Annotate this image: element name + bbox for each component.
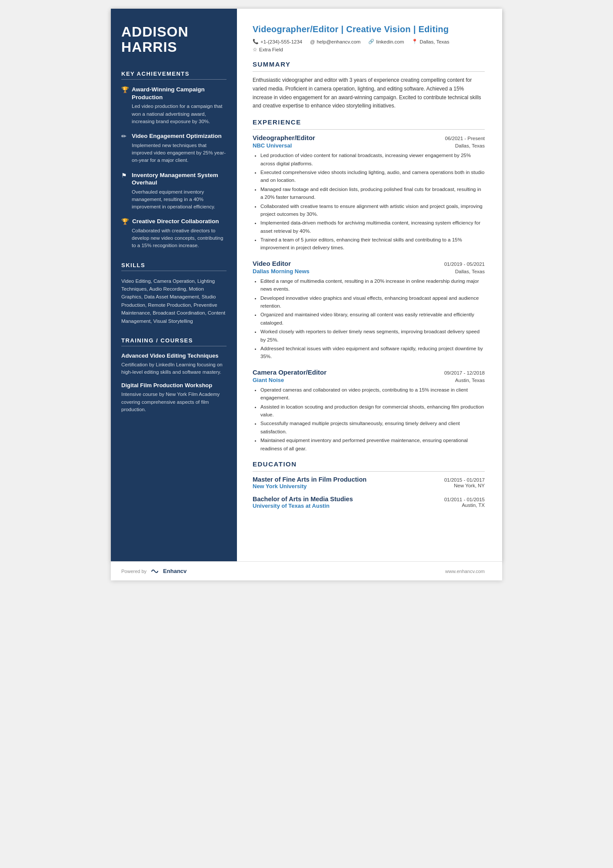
job-bullets: Operated cameras and collaborated on vid… xyxy=(260,386,485,452)
edu-degree: Bachelor of Arts in Media Studies xyxy=(253,496,353,503)
bullet-item: Developed innovative video graphics and … xyxy=(260,294,485,310)
extra-field-text: Extra Field xyxy=(259,47,283,52)
footer-website: www.enhancv.com xyxy=(445,569,485,574)
trophy-icon: 🏆 xyxy=(121,86,128,93)
summary-text: Enthusiastic videographer and editor wit… xyxy=(253,76,485,111)
bullet-item: Managed raw footage and edit decision li… xyxy=(260,185,485,201)
job-company: Giant Noise xyxy=(253,377,284,383)
course-item: Advanced Video Editing Techniques Certif… xyxy=(121,352,227,376)
achievements-heading: KEY ACHIEVEMENTS xyxy=(121,70,227,80)
course-title: Digital Film Production Workshop xyxy=(121,382,227,389)
experience-entry: Video Editor 01/2019 - 05/2021 Dallas Mo… xyxy=(253,260,485,361)
summary-heading: SUMMARY xyxy=(253,60,485,68)
flag-icon: ⚑ xyxy=(121,172,128,179)
bullet-item: Worked closely with reporters to deliver… xyxy=(260,328,485,344)
achievement-desc: Overhauled equipment inventory managemen… xyxy=(132,188,227,211)
edu-school: University of Texas at Austin xyxy=(253,503,330,509)
edu-location: Austin, TX xyxy=(462,503,485,509)
course-desc: Certification by LinkedIn Learning focus… xyxy=(121,361,227,376)
experience-divider xyxy=(253,129,485,130)
extra-field-row: ☆ Extra Field xyxy=(253,47,485,53)
edu-location: New York, NY xyxy=(454,483,485,489)
link-icon: 🔗 xyxy=(368,39,374,44)
star-icon: ☆ xyxy=(253,47,257,53)
job-title: Video Editor xyxy=(253,260,291,267)
course-desc: Intensive course by New York Film Academ… xyxy=(121,391,227,413)
achievement-title: Video Engagement Optimization xyxy=(132,132,222,140)
location-icon: 📍 xyxy=(412,39,418,44)
job-location: Austin, Texas xyxy=(455,378,485,383)
job-location: Dallas, Texas xyxy=(455,269,485,274)
phone-icon: 📞 xyxy=(253,39,259,44)
job-dates: 06/2021 - Present xyxy=(445,136,485,141)
experience-entry: Camera Operator/Editor 09/2017 - 12/2018… xyxy=(253,369,485,452)
edu-dates: 01/2015 - 01/2017 xyxy=(444,477,485,483)
achievement-desc: Collaborated with creative directors to … xyxy=(132,227,227,250)
brand-name: Enhancv xyxy=(163,568,187,574)
course-item: Digital Film Production Workshop Intensi… xyxy=(121,382,227,413)
bullet-item: Collaborated with creative teams to ensu… xyxy=(260,202,485,218)
job-company: NBC Universal xyxy=(253,142,292,149)
course-title: Advanced Video Editing Techniques xyxy=(121,352,227,360)
phone-contact: 📞 +1-(234)-555-1234 xyxy=(253,39,302,44)
edu-school: New York University xyxy=(253,483,307,489)
bullet-item: Trained a team of 5 junior editors, enha… xyxy=(260,236,485,252)
email-icon: @ xyxy=(310,39,315,44)
experience-entry: Videographer/Editor 06/2021 - Present NB… xyxy=(253,134,485,252)
bullet-item: Edited a range of multimedia content, re… xyxy=(260,277,485,293)
education-entry: Master of Fine Arts in Film Production 0… xyxy=(253,476,485,489)
bullet-item: Assisted in location scouting and produc… xyxy=(260,403,485,419)
summary-divider xyxy=(253,71,485,72)
bullet-item: Addressed technical issues with video eq… xyxy=(260,345,485,361)
bullet-item: Maintained equipment inventory and perfo… xyxy=(260,436,485,452)
website-text: linkedin.com xyxy=(376,39,404,44)
trophy2-icon: 🏆 xyxy=(121,218,129,225)
job-dates: 01/2019 - 05/2021 xyxy=(444,261,485,267)
job-bullets: Edited a range of multimedia content, re… xyxy=(260,277,485,361)
bullet-item: Successfully managed multiple projects s… xyxy=(260,419,485,436)
bullet-item: Operated cameras and collaborated on vid… xyxy=(260,386,485,402)
pencil-icon: ✏ xyxy=(121,133,128,140)
sidebar: ADDISON HARRIS KEY ACHIEVEMENTS 🏆 Award-… xyxy=(111,9,237,561)
main-content: Videographer/Editor | Creative Vision | … xyxy=(237,9,502,561)
skills-heading: SKILLS xyxy=(121,262,227,271)
edu-dates: 01/2011 - 01/2015 xyxy=(444,497,485,502)
job-bullets: Led production of video content for nati… xyxy=(260,151,485,252)
bullet-item: Organized and maintained video library, … xyxy=(260,311,485,327)
location-text: Dallas, Texas xyxy=(420,39,449,44)
experience-heading: EXPERIENCE xyxy=(253,118,485,126)
bullet-item: Led production of video content for nati… xyxy=(260,151,485,168)
bullet-item: Executed comprehensive video shoots incl… xyxy=(260,168,485,184)
website-contact: 🔗 linkedin.com xyxy=(368,39,404,44)
bullet-item: Implemented data-driven methods for arch… xyxy=(260,219,485,235)
education-heading: EDUCATION xyxy=(253,460,485,468)
page-footer: Powered by Enhancv www.enhancv.com xyxy=(111,561,502,580)
headline: Videographer/Editor | Creative Vision | … xyxy=(253,24,485,34)
education-divider xyxy=(253,471,485,472)
phone-text: +1-(234)-555-1234 xyxy=(260,39,302,44)
email-text: help@enhancv.com xyxy=(316,39,360,44)
achievement-title: Award-Winning Campaign Production xyxy=(132,86,227,101)
location-contact: 📍 Dallas, Texas xyxy=(412,39,449,44)
job-company: Dallas Morning News xyxy=(253,268,310,275)
achievement-item: 🏆 Creative Director Collaboration Collab… xyxy=(121,218,227,249)
job-title: Camera Operator/Editor xyxy=(253,369,326,376)
education-entry: Bachelor of Arts in Media Studies 01/201… xyxy=(253,496,485,509)
achievement-item: 🏆 Award-Winning Campaign Production Led … xyxy=(121,86,227,125)
achievement-title: Creative Director Collaboration xyxy=(132,218,219,225)
skills-text: Video Editing, Camera Operation, Lightin… xyxy=(121,277,227,325)
email-contact: @ help@enhancv.com xyxy=(310,39,360,44)
training-heading: TRAINING / COURSES xyxy=(121,337,227,346)
achievement-item: ⚑ Inventory Management System Overhaul O… xyxy=(121,171,227,211)
job-dates: 09/2017 - 12/2018 xyxy=(444,370,485,375)
job-title: Videographer/Editor xyxy=(253,134,315,141)
enhancv-logo-icon xyxy=(150,568,160,574)
achievement-item: ✏ Video Engagement Optimization Implemen… xyxy=(121,132,227,164)
candidate-name: ADDISON HARRIS xyxy=(121,24,227,55)
edu-degree: Master of Fine Arts in Film Production xyxy=(253,476,366,483)
contact-row: 📞 +1-(234)-555-1234 @ help@enhancv.com 🔗… xyxy=(253,39,485,44)
achievement-desc: Implemented new techniques that improved… xyxy=(132,142,227,164)
achievement-title: Inventory Management System Overhaul xyxy=(132,171,227,187)
job-location: Dallas, Texas xyxy=(455,143,485,148)
achievement-desc: Led video production for a campaign that… xyxy=(132,103,227,125)
